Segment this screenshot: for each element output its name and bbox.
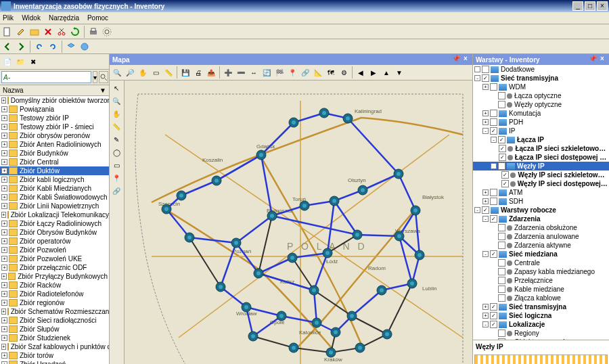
side-tool-icon[interactable]: 📍: [110, 172, 122, 184]
print-map-icon[interactable]: 🖨: [192, 66, 204, 78]
network-link-dark[interactable]: [253, 336, 294, 348]
panel-pin-icon[interactable]: 📌: [589, 55, 597, 64]
side-tool-icon[interactable]: 🔍: [110, 95, 122, 107]
map-tool-icon[interactable]: ▲: [380, 66, 392, 78]
settings-icon[interactable]: [101, 26, 113, 38]
checkbox[interactable]: ✓: [482, 74, 489, 82]
network-link-ip[interactable]: [272, 216, 357, 235]
checkbox[interactable]: [498, 286, 505, 293]
tree-item[interactable]: +Zbiór Szaf kablowych i punktów dostępow…: [0, 342, 109, 351]
network-node-icon[interactable]: [394, 169, 403, 179]
layer-item[interactable]: Centrale: [473, 258, 609, 267]
network-node-icon[interactable]: [177, 191, 186, 200]
checkbox[interactable]: [498, 277, 505, 284]
expand-icon[interactable]: +: [1, 247, 7, 253]
network-node-icon[interactable]: [343, 114, 353, 123]
network-link-ip[interactable]: [258, 258, 292, 273]
expand-icon[interactable]: +: [1, 124, 7, 130]
map-tool-icon[interactable]: 📐: [312, 66, 324, 78]
expand-icon[interactable]: +: [1, 194, 7, 200]
redo-icon[interactable]: [47, 41, 59, 53]
network-node-icon[interactable]: [358, 185, 367, 195]
network-node-icon[interactable]: [326, 348, 336, 357]
checkbox[interactable]: [498, 242, 505, 249]
pan-icon[interactable]: ✋: [137, 66, 149, 78]
expand-icon[interactable]: -: [482, 251, 489, 257]
menu-plik[interactable]: Plik: [3, 14, 14, 22]
layer-item[interactable]: ✓Węzły IP sieci szkieletowo-brzeg: [473, 170, 609, 179]
network-link-dark[interactable]: [189, 237, 221, 287]
checkbox[interactable]: ✓: [490, 312, 497, 319]
map-svg[interactable]: P O L A N D Gdańsk Szczecin Poznań Warsz…: [125, 81, 472, 364]
network-node-icon[interactable]: [231, 238, 241, 248]
layer-tree[interactable]: Dodatkowe-✓Sieć transmisyjna+WDMŁącza op…: [473, 65, 609, 340]
network-node-icon[interactable]: [411, 206, 420, 215]
network-link-ip[interactable]: [352, 290, 382, 316]
tree-item[interactable]: +Zbiór Urządzeń: [0, 360, 109, 364]
edit-icon[interactable]: [15, 26, 27, 38]
expand-icon[interactable]: -: [482, 216, 489, 222]
tree-item[interactable]: +Zbiór Sieci radiołączności: [0, 316, 109, 325]
expand-icon[interactable]: -: [474, 75, 480, 81]
layer-item[interactable]: +PDH: [473, 118, 609, 127]
tree-item[interactable]: +Zbiór Pozwoleń: [0, 246, 109, 254]
tree-item[interactable]: +Zbiór Kabli Światłowodowych: [0, 193, 109, 202]
network-node-icon[interactable]: [355, 343, 365, 352]
layer-item[interactable]: Zdarzenia aktywne: [473, 241, 609, 250]
tree-item[interactable]: +Zbiór Central: [0, 158, 109, 166]
checkbox[interactable]: [482, 66, 489, 73]
expand-icon[interactable]: +: [1, 115, 7, 121]
expand-icon[interactable]: +: [1, 256, 7, 262]
layer-item[interactable]: Zdarzenia obsłużone: [473, 223, 609, 232]
delete-icon[interactable]: [42, 26, 54, 38]
expand-icon[interactable]: +: [1, 150, 7, 156]
side-tool-icon[interactable]: ▭: [110, 159, 122, 171]
expand-icon[interactable]: +: [482, 189, 489, 196]
network-link-ip[interactable]: [281, 316, 317, 323]
new-icon[interactable]: [1, 26, 14, 38]
map-tool-icon[interactable]: ▶: [367, 66, 380, 78]
network-node-icon[interactable]: [330, 196, 339, 206]
expand-icon[interactable]: +: [1, 352, 7, 359]
map-tool-icon[interactable]: 🔗: [299, 66, 311, 78]
map-tool-icon[interactable]: ⚙: [338, 66, 350, 78]
search-go-icon[interactable]: [99, 71, 108, 83]
left-tb-icon[interactable]: 📄: [1, 55, 14, 68]
expand-icon[interactable]: +: [482, 313, 489, 319]
network-node-icon[interactable]: [162, 204, 171, 214]
left-tb-icon[interactable]: 📁: [14, 55, 26, 68]
network-node-icon[interactable]: [242, 302, 251, 312]
network-link-ip[interactable]: [363, 174, 399, 190]
map-tool-icon[interactable]: 🔄: [261, 66, 273, 78]
checkbox[interactable]: ✓: [490, 303, 497, 311]
layer-item[interactable]: -✓IP: [473, 127, 609, 135]
network-node-icon[interactable]: [319, 108, 329, 118]
layer-item[interactable]: -✓Węzły IP: [473, 162, 609, 170]
measure-icon[interactable]: 📏: [162, 66, 175, 78]
checkbox[interactable]: ✓: [501, 180, 509, 187]
refresh-icon[interactable]: [69, 26, 81, 38]
layer-item[interactable]: Kable miedziane: [473, 285, 609, 294]
tree-item[interactable]: +Testowy zbiór IP: [0, 114, 109, 122]
checkbox[interactable]: [498, 268, 505, 275]
folder-icon[interactable]: [28, 26, 41, 38]
layer-item[interactable]: -✓Łącza IP: [473, 135, 609, 144]
expand-icon[interactable]: +: [1, 291, 7, 297]
expand-icon[interactable]: +: [482, 84, 489, 90]
layer-item[interactable]: Regiony: [473, 329, 609, 338]
checkbox[interactable]: [498, 224, 505, 231]
layer-item[interactable]: +ATM: [473, 188, 609, 197]
side-tool-icon[interactable]: 📏: [110, 120, 122, 133]
tree-item[interactable]: +Zbiór przełącznic ODF: [0, 263, 109, 272]
nav-back-icon[interactable]: [1, 41, 14, 53]
checkbox[interactable]: [490, 198, 497, 205]
tree-item[interactable]: +Zbiór operatorów: [0, 237, 109, 246]
network-node-icon[interactable]: [377, 286, 386, 295]
checkbox[interactable]: [490, 110, 497, 117]
menu-pomoc[interactable]: Pomoc: [87, 14, 108, 22]
tree-item[interactable]: +Powiązania: [0, 105, 109, 114]
map-tool-icon[interactable]: ➖: [235, 66, 247, 78]
network-node-icon[interactable]: [331, 327, 340, 337]
panel-pin-icon[interactable]: 📌: [452, 55, 460, 64]
layer-item[interactable]: ✓Węzły IP sieci dostępowej i usług: [473, 179, 609, 188]
